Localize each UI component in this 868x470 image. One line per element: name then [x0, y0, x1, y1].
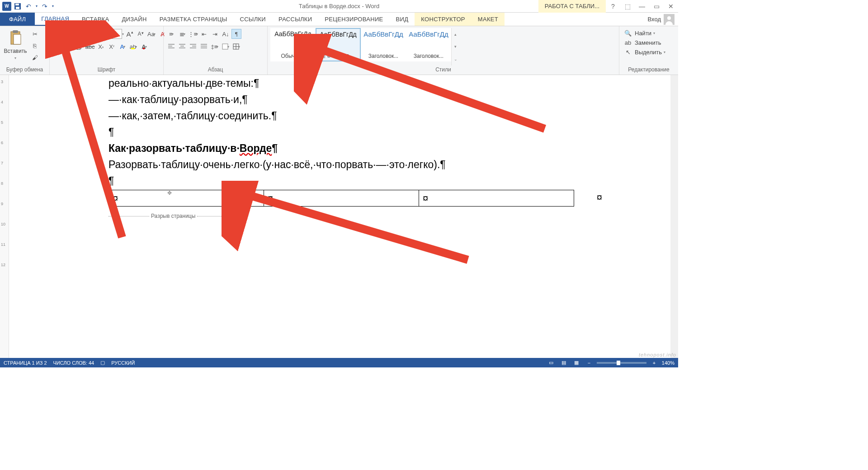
style-sample: АаБбВвГгДд	[363, 30, 403, 38]
status-word-count[interactable]: ЧИСЛО СЛОВ: 44	[53, 360, 94, 366]
group-styles: АаБбВвГгДд Обычный АаБбВвГгДд ¶ Без инте…	[268, 26, 619, 75]
increase-indent-icon[interactable]: ⇥	[210, 29, 220, 39]
table-cell[interactable]: ¤	[264, 190, 419, 207]
cell-mark: ¤	[423, 193, 428, 204]
tab-insert[interactable]: ВСТАВКА	[75, 13, 115, 26]
group-paragraph: ≡▾ ≣▾ ⋮≡▾ ⇤ ⇥ A↓ ¶	[164, 26, 268, 75]
maximize-icon[interactable]: ▭	[649, 1, 664, 12]
underline-icon[interactable]: Ч▾	[74, 42, 84, 52]
font-color-icon[interactable]: A▾	[139, 42, 149, 52]
highlight-icon[interactable]: ab▾	[128, 42, 138, 52]
table-cell[interactable]: ¤	[109, 190, 264, 207]
status-language[interactable]: РУССКИЙ	[111, 360, 135, 366]
align-left-icon[interactable]	[166, 42, 176, 52]
style-normal[interactable]: АаБбВвГгДд Обычный	[270, 28, 316, 61]
strikethrough-icon[interactable]: abc	[85, 42, 95, 52]
find-icon: 🔍	[624, 30, 632, 37]
find-button[interactable]: 🔍 Найти ▾	[622, 29, 667, 38]
text-effects-icon[interactable]: A▾	[118, 42, 127, 52]
expand-icon[interactable]: ⌄	[454, 57, 458, 61]
font-name-combo[interactable]: Calibri (Осно	[52, 29, 103, 39]
word-app-icon[interactable]: W	[2, 1, 12, 11]
style-gallery-more[interactable]: ▴ ▾ ⌄	[451, 28, 459, 66]
close-icon[interactable]: ✕	[664, 1, 678, 12]
shading-icon[interactable]: ▾	[221, 42, 231, 52]
tab-table-design[interactable]: КОНСТРУКТОР	[415, 13, 471, 26]
page-canvas[interactable]: реально·актуальны·две·темы:¶ —·как·табли…	[9, 75, 678, 358]
ruler-tick: 6	[1, 141, 3, 145]
decrease-indent-icon[interactable]: ⇤	[199, 29, 209, 39]
table-cell[interactable]: ¤	[419, 190, 574, 207]
tab-file[interactable]: ФАЙЛ	[0, 13, 35, 26]
numbering-icon[interactable]: ≣▾	[177, 29, 187, 39]
line-spacing-icon[interactable]: ‡≡▾	[210, 42, 220, 52]
redo-icon[interactable]: ↷	[40, 1, 50, 11]
tab-review[interactable]: РЕЦЕНЗИРОВАНИЕ	[318, 13, 389, 26]
zoom-in-icon[interactable]: +	[649, 359, 659, 367]
style-no-spacing[interactable]: АаБбВвГгДд ¶ Без инте...	[316, 28, 361, 61]
tab-design[interactable]: ДИЗАЙН	[115, 13, 153, 26]
vertical-scrollbar[interactable]	[670, 75, 678, 358]
style-heading2[interactable]: АаБбВвГгДд Заголовок...	[406, 28, 451, 61]
minimize-icon[interactable]: —	[635, 1, 649, 12]
show-hide-icon[interactable]: ¶	[231, 29, 241, 39]
font-size-value: 14	[106, 31, 113, 38]
copy-icon[interactable]: ⎘	[30, 41, 40, 51]
align-center-icon[interactable]	[177, 42, 187, 52]
tab-view[interactable]: ВИД	[390, 13, 415, 26]
text-bold: ¶	[272, 142, 278, 154]
text-line: Разорвать·таблицу·очень·легко·(у·нас·всё…	[108, 156, 592, 173]
change-case-icon[interactable]: Aa▾	[146, 29, 156, 39]
document-table[interactable]: ¤ ¤ ¤	[108, 190, 574, 207]
save-icon[interactable]	[13, 1, 23, 11]
justify-icon[interactable]	[199, 42, 209, 52]
status-page[interactable]: СТРАНИЦА 1 ИЗ 2	[4, 360, 47, 366]
superscript-icon[interactable]: X²	[107, 42, 117, 52]
tab-mailings[interactable]: РАССЫЛКИ	[272, 13, 318, 26]
table-row: ¤ ¤ ¤	[109, 190, 574, 207]
svg-rect-1	[15, 4, 19, 5]
zoom-level[interactable]: 140%	[662, 360, 675, 366]
tab-references[interactable]: ССЫЛКИ	[233, 13, 272, 26]
tab-table-layout[interactable]: МАКЕТ	[472, 13, 505, 26]
status-proofing-icon[interactable]: ▢	[100, 360, 105, 366]
qat-undo-dropdown[interactable]: ▾	[34, 1, 39, 11]
style-heading1[interactable]: АаБбВвГгДд Заголовок...	[361, 28, 406, 61]
undo-icon[interactable]: ↶	[24, 1, 33, 11]
subscript-icon[interactable]: X₂	[96, 42, 106, 52]
help-icon[interactable]: ?	[606, 1, 620, 12]
select-button[interactable]: ↖ Выделить ▾	[622, 48, 667, 56]
borders-icon[interactable]: ▾	[231, 42, 241, 52]
multilevel-icon[interactable]: ⋮≡▾	[188, 29, 198, 39]
table-move-handle-icon[interactable]: ✥	[167, 190, 172, 196]
grow-font-icon[interactable]: A▴	[125, 29, 135, 39]
ribbon-display-icon[interactable]: ⬚	[620, 1, 635, 12]
zoom-out-icon[interactable]: −	[584, 359, 594, 367]
print-layout-icon[interactable]: ▤	[559, 359, 569, 367]
italic-icon[interactable]: К	[63, 42, 73, 52]
sign-in[interactable]: Вход	[644, 13, 678, 26]
bullets-icon[interactable]: ≡▾	[166, 29, 176, 39]
format-painter-icon[interactable]: 🖌	[30, 52, 40, 62]
vertical-ruler[interactable]: 3 4 5 6 7 8 9 10 11 12	[0, 75, 9, 358]
align-right-icon[interactable]	[188, 42, 198, 52]
ruler-tick: 11	[1, 242, 5, 247]
tab-home[interactable]: ГЛАВНАЯ	[35, 13, 75, 26]
document-page[interactable]: реально·актуальны·две·темы:¶ —·как·табли…	[41, 75, 592, 222]
web-layout-icon[interactable]: ▦	[571, 359, 581, 367]
ruler-tick: 12	[1, 263, 5, 267]
shrink-font-icon[interactable]: A▾	[136, 29, 146, 39]
tab-page-layout[interactable]: РАЗМЕТКА СТРАНИЦЫ	[153, 13, 234, 26]
cut-icon[interactable]: ✂	[30, 29, 40, 39]
read-mode-icon[interactable]: ▭	[546, 359, 556, 367]
qat-customize-icon[interactable]: ▾	[51, 1, 55, 11]
zoom-slider[interactable]	[597, 362, 646, 364]
scroll-down-icon[interactable]: ▾	[454, 44, 457, 49]
paste-button[interactable]: Вставить ▾	[3, 28, 28, 60]
replace-button[interactable]: ab Заменить	[622, 38, 667, 47]
font-size-combo[interactable]: 14	[104, 29, 122, 39]
scroll-up-icon[interactable]: ▴	[454, 32, 457, 37]
document-text[interactable]: реально·актуальны·две·темы:¶ —·как·табли…	[108, 75, 592, 189]
bold-icon[interactable]: Ж	[52, 42, 62, 52]
sort-icon[interactable]: A↓	[221, 29, 231, 39]
